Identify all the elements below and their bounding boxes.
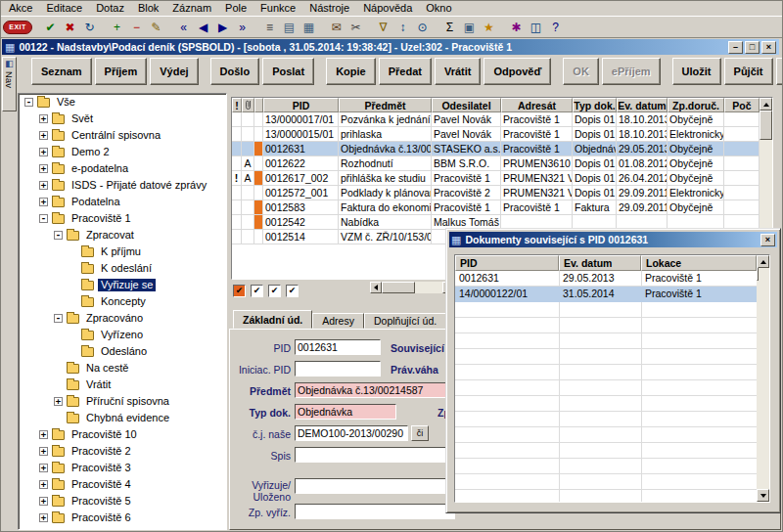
settings-icon[interactable]: ✱ [507,19,526,36]
tree-item[interactable]: Koncepty [19,293,226,310]
kopie-button[interactable]: Kopie [326,58,376,85]
predat-button[interactable]: Předat [379,58,432,85]
filter-icon[interactable]: ∇ [374,19,392,36]
tree-item[interactable]: Chybná evidence [19,410,226,426]
calculator-icon[interactable]: ▣ [460,19,479,36]
grid-header-exclamation[interactable]: ! [232,98,242,112]
grid-horizontal-scrollbar[interactable] [370,282,454,293]
attachment-column-icon[interactable] [242,98,254,112]
grid-header-pid[interactable]: PID [263,98,339,112]
cj-nase-field[interactable] [295,425,408,441]
tree-expander-icon[interactable] [39,148,48,156]
popup-close-button[interactable]: × [760,234,775,246]
tree-expander-icon[interactable] [39,114,48,123]
tree-expander-icon[interactable] [39,181,48,190]
help-icon[interactable]: ? [546,19,565,36]
nav-side-tab[interactable]: ◧ Nav [2,57,17,111]
tree-item[interactable]: Zpracovat [19,227,226,244]
vyrizuje-field[interactable] [295,478,455,494]
scrollbar-thumb[interactable] [760,111,772,140]
menu-editace[interactable]: Editace [39,1,89,15]
minimize-button[interactable]: – [728,41,743,54]
prijem-button[interactable]: Příjem [95,58,148,85]
popup-header-ev-datum[interactable]: Ev. datum [559,255,641,271]
tree-item[interactable]: K příjmu [19,244,226,260]
tree-item[interactable]: Pracoviště 2 [19,443,226,460]
detail-view-icon[interactable]: ▤ [280,19,299,36]
restore-button[interactable]: □ [745,41,760,54]
scroll-left-icon[interactable] [370,282,382,293]
tree-expander-icon[interactable] [39,214,48,223]
tree-expander-icon[interactable] [24,98,33,107]
tree-item[interactable]: Zpracováno [19,310,226,327]
cj-lookup-button[interactable]: či [411,425,429,441]
tree-item[interactable]: Vyřízeno [19,327,226,343]
next-record-icon[interactable]: ▶ [213,19,232,36]
grid-header-predmet[interactable]: Předmět [339,98,432,112]
edit-record-icon[interactable]: ✎ [147,19,165,36]
cut-icon[interactable]: ✂ [346,19,365,36]
mail-icon[interactable]: ✉ [327,19,345,36]
tree-expander-icon[interactable] [39,480,48,489]
list-view-icon[interactable]: ≡ [260,19,279,36]
add-record-icon[interactable]: + [108,19,126,36]
tree-item[interactable]: Příruční spisovna [19,393,226,410]
tree-expander-icon[interactable] [39,513,48,522]
menu-funkce[interactable]: Funkce [253,1,302,15]
tree-expander-icon[interactable] [39,131,48,140]
tree-item[interactable]: Odesláno [19,343,226,360]
sr-button[interactable]: SŘ [776,58,783,85]
exit-button[interactable]: EXIT [3,21,32,34]
cancel-icon[interactable]: ✖ [61,19,79,36]
pujcit-button[interactable]: Půjčit [724,58,773,85]
tree-item[interactable]: Svět [19,111,226,127]
close-button[interactable]: × [761,41,776,54]
grid-row[interactable]: 13/0000017/01 Pozvánka k jednání Pavel N… [232,112,760,127]
last-record-icon[interactable]: » [233,19,252,36]
sum-icon[interactable]: Σ [440,19,459,36]
filter-checkbox[interactable]: ✔ [251,285,263,297]
tree-item[interactable]: e-podatelna [19,160,226,177]
scrollbar-thumb[interactable] [382,282,415,293]
tree-expander-icon[interactable] [39,164,48,173]
filter-checkbox[interactable]: ✔ [286,285,299,297]
grid-row[interactable]: ! A 0012617_002 přihláška ke studiu Prac… [232,171,760,186]
popup-row[interactable]: 14/0000122/01 31.05.2014 Pracoviště 1 [455,287,757,302]
menu-nastroje[interactable]: Nástroje [302,1,356,15]
grid-header-typ-dok[interactable]: Typ dok. [573,98,617,112]
tree-expander-icon[interactable] [54,231,63,240]
ulozit-button[interactable]: Uložit [672,58,721,85]
grid-row[interactable]: A 0012622 Rozhodnutí BBM S.R.O. PRUMEN36… [232,156,760,171]
star-icon[interactable]: ★ [480,19,498,36]
prev-record-icon[interactable]: ◀ [194,19,212,36]
first-record-icon[interactable]: « [174,19,193,36]
predmet-field[interactable] [295,382,449,398]
grid-header-poc[interactable]: Poč [724,98,760,112]
menu-okno[interactable]: Okno [419,1,458,15]
sort-icon[interactable]: ↕ [393,19,412,36]
iniciac-pid-field[interactable] [295,361,381,377]
grid-header-ev-datum[interactable]: Ev. datum [617,98,668,112]
grid-row[interactable]: 13/0000015/01 prihlaska Pavel Novák Prac… [232,127,760,142]
spis-field[interactable] [295,447,449,463]
scroll-down-icon[interactable] [757,489,769,502]
tab-adresy[interactable]: Adresy [312,313,364,329]
seznam-button[interactable]: Seznam [31,58,92,85]
tree-item[interactable]: Podatelna [19,194,226,210]
tree-item[interactable]: Vše [19,94,226,111]
search-icon[interactable]: ⊙ [413,19,432,36]
filter-checkbox[interactable]: ✔ [233,285,246,297]
tree-item[interactable]: Centrální spisovna [19,127,226,144]
tree-item[interactable]: Pracoviště 1 [19,210,226,227]
filter-checkbox[interactable]: ✔ [268,285,281,297]
grid-header-adresat[interactable]: Adresát [501,98,573,112]
tab-zakladni-udaje[interactable]: Základní úd. [233,310,312,329]
delete-record-icon[interactable]: − [127,19,146,36]
tree-item[interactable]: Pracoviště 6 [19,510,226,526]
tree-expander-icon[interactable] [39,198,48,206]
tree-item[interactable]: Pracoviště 10 [19,426,226,443]
tree-item[interactable]: Pracoviště 3 [19,460,226,476]
tree-expander-icon[interactable] [39,430,48,439]
vratit-button[interactable]: Vrátit [435,58,482,85]
eprijem-button[interactable]: ePříjem [602,58,661,85]
